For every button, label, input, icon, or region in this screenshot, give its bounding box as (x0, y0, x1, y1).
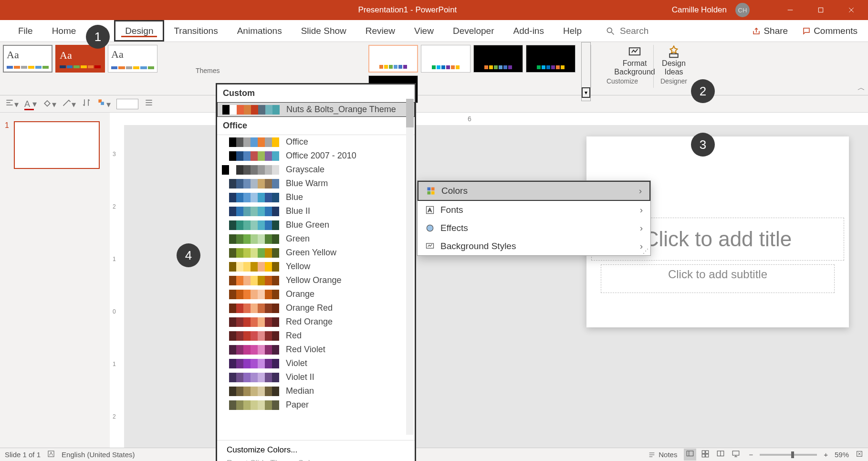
color-scheme-item[interactable]: Red (217, 329, 415, 343)
slide-mini[interactable] (14, 121, 100, 169)
slideshow-view-button[interactable] (730, 449, 742, 461)
color-scheme-item[interactable]: Office 2007 - 2010 (217, 149, 415, 163)
slide-thumbnail-1[interactable]: 1 (5, 121, 105, 169)
close-button[interactable] (840, 0, 862, 20)
reading-view-button[interactable] (714, 449, 727, 461)
tab-view[interactable]: View (405, 20, 443, 42)
list-icon[interactable] (144, 98, 154, 110)
theme-gallery[interactable]: Aa Aa Aa (0, 42, 160, 75)
color-scheme-item[interactable]: Orange Red (217, 301, 415, 315)
color-scheme-item[interactable]: Violet (217, 356, 415, 370)
minimize-button[interactable] (779, 0, 801, 20)
slide-sorter-button[interactable] (699, 449, 711, 461)
variant-thumb[interactable] (421, 45, 471, 73)
share-button[interactable]: Share (748, 24, 792, 38)
svg-rect-2 (818, 8, 823, 12)
scrollbar[interactable] (406, 99, 414, 435)
tab-addins[interactable]: Add-ins (504, 20, 554, 42)
customize-colors-button[interactable]: Customize Colors... (227, 445, 405, 455)
tab-review[interactable]: Review (356, 20, 405, 42)
fonts-icon: A (425, 205, 435, 215)
variants-menu-colors[interactable]: Colors › (418, 181, 650, 201)
tab-design[interactable]: Design (114, 20, 164, 42)
tab-home[interactable]: Home (42, 20, 86, 42)
color-scheme-item[interactable]: Violet II (217, 370, 415, 384)
theme-thumb[interactable]: Aa (3, 45, 52, 73)
slide-panel[interactable]: 1 (0, 113, 110, 448)
svg-rect-21 (431, 191, 435, 195)
zoom-out-button[interactable]: − (749, 451, 753, 459)
tab-slideshow[interactable]: Slide Show (292, 20, 356, 42)
color-swatches (222, 387, 279, 396)
accessibility-icon[interactable] (47, 450, 55, 459)
color-swatches (222, 276, 279, 285)
variants-menu-fonts[interactable]: A Fonts › (418, 201, 650, 219)
tab-help[interactable]: Help (554, 20, 591, 42)
maximize-button[interactable] (810, 0, 832, 20)
chevron-right-icon: › (640, 205, 643, 215)
notes-label: Notes (659, 451, 677, 459)
scrollbar-thumb[interactable] (406, 99, 414, 127)
shapes-icon[interactable]: ▾ (97, 98, 111, 110)
color-scheme-item[interactable]: Red Orange (217, 315, 415, 329)
design-ideas-button[interactable]: Design Ideas (662, 45, 686, 76)
color-swatch[interactable] (116, 99, 138, 109)
variants-menu-effects[interactable]: Effects › (418, 219, 650, 237)
zoom-slider[interactable] (760, 454, 817, 456)
variant-thumb[interactable] (473, 45, 523, 73)
color-scheme-label: Office (286, 137, 308, 147)
comments-button[interactable]: Comments (798, 24, 861, 38)
fit-to-window-button[interactable] (856, 450, 863, 459)
color-scheme-item[interactable]: Grayscale (217, 163, 415, 177)
search-input[interactable]: Search (606, 26, 648, 36)
theme-thumb-selected[interactable]: Aa (55, 45, 105, 73)
color-scheme-item[interactable]: Green Yellow (217, 246, 415, 260)
collapse-ribbon-icon[interactable]: ︿ (858, 83, 865, 93)
color-scheme-custom[interactable]: Nuts & Bolts_Orange Theme (217, 102, 415, 117)
color-scheme-item[interactable]: Orange (217, 287, 415, 301)
tab-developer[interactable]: Developer (443, 20, 504, 42)
color-scheme-item[interactable]: Paper (217, 398, 415, 412)
fill-icon[interactable]: ▾ (42, 98, 56, 110)
subtitle-placeholder[interactable]: Click to add subtitle (601, 264, 835, 293)
theme-thumb[interactable]: Aa (108, 45, 157, 73)
language-status[interactable]: English (United States) (62, 451, 135, 459)
zoom-level[interactable]: 59% (835, 451, 849, 459)
format-background-button[interactable]: Format Background (614, 45, 655, 76)
menu-label: Fonts (440, 205, 463, 215)
variant-thumb[interactable] (368, 45, 418, 73)
color-scheme-item[interactable]: Blue Warm (217, 177, 415, 190)
color-scheme-item[interactable]: Yellow Orange (217, 273, 415, 287)
color-scheme-item[interactable]: Red Violet (217, 343, 415, 356)
variant-thumb[interactable] (526, 45, 575, 73)
tab-transitions[interactable]: Transitions (164, 20, 227, 42)
font-color-icon[interactable]: A ▾ (24, 99, 37, 109)
color-scheme-item[interactable]: Yellow (217, 260, 415, 273)
comments-icon (802, 27, 811, 35)
color-scheme-item[interactable]: Office (217, 135, 415, 149)
outline-icon[interactable]: ▾ (62, 98, 76, 110)
avatar[interactable]: CH (735, 3, 750, 17)
variants-menu-bgstyles[interactable]: Background Styles › (418, 237, 650, 255)
svg-rect-9 (669, 54, 678, 58)
zoom-in-button[interactable]: + (824, 451, 828, 459)
svg-rect-38 (733, 451, 740, 455)
color-scheme-label: Violet II (286, 372, 314, 382)
notes-button[interactable]: Notes (648, 451, 677, 459)
format-background-label: Format Background (614, 59, 655, 76)
slide-counter[interactable]: Slide 1 of 1 (5, 451, 41, 459)
color-swatches (222, 193, 279, 202)
sort-icon[interactable] (82, 98, 91, 110)
tab-animations[interactable]: Animations (228, 20, 292, 42)
color-scheme-item[interactable]: Blue (217, 190, 415, 204)
normal-view-button[interactable] (684, 449, 696, 461)
tab-file[interactable]: File (9, 20, 42, 42)
color-scheme-item[interactable]: Green (217, 232, 415, 246)
resize-grip-icon[interactable]: ⋰ (643, 248, 648, 254)
color-scheme-item[interactable]: Blue II (217, 204, 415, 218)
color-scheme-item[interactable]: Blue Green (217, 218, 415, 232)
variants-more-button[interactable]: ▾ (581, 42, 591, 101)
color-scheme-item[interactable]: Median (217, 384, 415, 398)
variants-menu: Colors › A Fonts › Effects › Background … (417, 180, 651, 256)
align-icon[interactable]: ▾ (5, 98, 19, 110)
